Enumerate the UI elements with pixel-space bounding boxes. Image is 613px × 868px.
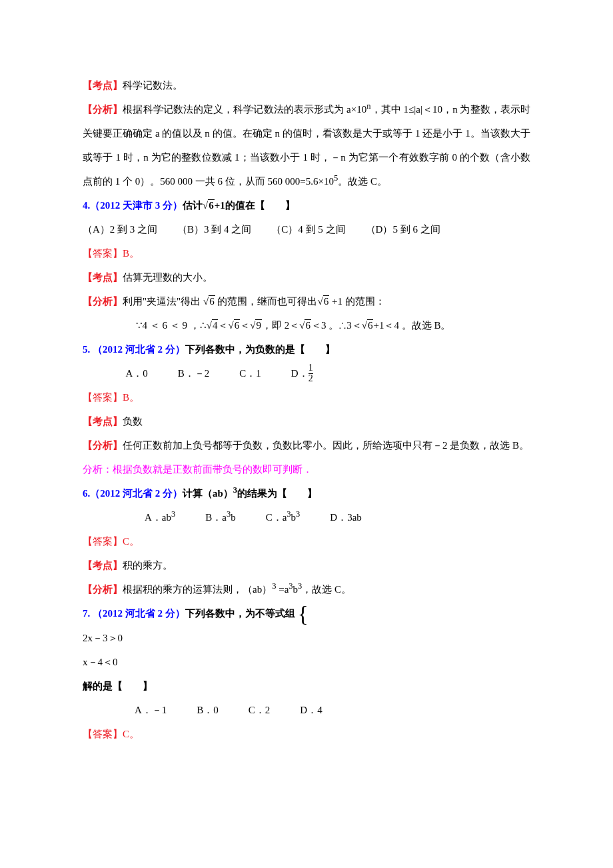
q4-fenxi-2: ∵4 ＜ 6 ＜ 9 ，∴√4＜√6＜√9，即 2＜√6＜3 。∴3＜√6+1＜… — [83, 313, 530, 337]
q5-fenxi-text: 任何正数前加上负号都等于负数，负数比零小。因此，所给选项中只有－2 是负数，故选… — [123, 440, 529, 451]
q4-answer: 【答案】B。 — [83, 241, 530, 265]
q4-fx-b: 的范围，继而也可得出 — [215, 296, 318, 307]
q5-title: 5. （2012 河北省 2 分） — [83, 344, 185, 355]
q6-kaodian: 【考点】积的乘方。 — [83, 553, 530, 577]
q7-stem-b: 解的是【 】 — [83, 681, 153, 691]
q4-fx-a: 利用"夹逼法"得出 — [123, 296, 203, 307]
q6-answer-val: C。 — [123, 536, 139, 547]
q4-stem-a: 估计 — [183, 200, 203, 211]
q6-opt-a-pre: A．ab — [145, 512, 171, 523]
sqrt-icon: √6 — [203, 199, 215, 211]
q4-line: 4.（2012 天津市 3 分）估计√6+1的值在【 】 — [83, 193, 530, 217]
q4-kaodian: 【考点】估算无理数的大小。 — [83, 265, 530, 289]
q4-l2-c: ＜ — [240, 320, 250, 331]
q7-stem-a: 下列各数中，为不等式组 — [185, 608, 298, 619]
q5-frac-den: 2 — [308, 373, 313, 384]
q4-answer-val: B。 — [123, 248, 139, 259]
q5-line: 5. （2012 河北省 2 分）下列各数中，为负数的是【 】 — [83, 337, 530, 361]
sqrt-icon: √6 — [317, 295, 329, 307]
q5-answer-val: B。 — [123, 392, 139, 403]
brace-icon: { — [298, 603, 308, 625]
kaodian-label: 【考点】 — [83, 272, 123, 283]
q4-l2-a: ∵4 ＜ 6 ＜ 9 ，∴ — [136, 320, 207, 331]
fenxi-label: 【分析】 — [83, 584, 123, 595]
q4-stem-b: +1的值在【 】 — [215, 200, 295, 211]
answer-label: 【答案】 — [83, 392, 123, 403]
q4-fx-c: +1 的范围： — [329, 296, 384, 307]
q4-sqrt-b: 6 — [323, 295, 330, 307]
fraction-icon: 12 — [308, 363, 313, 383]
q4-l2-e: ＜3 。∴3＜ — [311, 320, 362, 331]
q4-sqrt-val: 6 — [208, 199, 215, 211]
q6-fx-c: b — [293, 584, 299, 595]
sec-a-fenxi-part1: 根据科学记数法的定义，科学记数法的表示形式为 a×10 — [123, 104, 366, 115]
q5-stem: 下列各数中，为负数的是【 】 — [185, 344, 335, 355]
q4-sqrt6-a: 6 — [234, 319, 241, 331]
fenxi-label: 【分析】 — [83, 440, 123, 451]
sqrt-icon: √9 — [250, 319, 262, 331]
q5-frac-num: 1 — [308, 363, 313, 373]
q7-line: 7. （2012 河北省 2 分）下列各数中，为不等式组 { — [83, 601, 530, 626]
kaodian-label: 【考点】 — [83, 416, 123, 427]
q4-kaodian-text: 估算无理数的大小。 — [123, 272, 213, 283]
q6-fenxi: 【分析】根据积的乘方的运算法则，（ab）3 =a3b3，故选 C。 — [83, 577, 530, 601]
q5-kaodian: 【考点】负数 — [83, 409, 530, 433]
sqrt-icon: √6 — [362, 319, 374, 331]
sec-a-fenxi-part3: 。故选 C。 — [338, 176, 387, 187]
q6-title: 6.（2012 河北省 2 分） — [83, 488, 183, 499]
q6-kaodian-text: 积的乘方。 — [123, 560, 173, 571]
q5-fenxi: 【分析】任何正数前加上负号都等于负数，负数比零小。因此，所给选项中只有－2 是负… — [83, 433, 530, 457]
q6-fx-b: =a — [276, 584, 289, 595]
q5-extra: 分析：根据负数就是正数前面带负号的数即可判断． — [83, 457, 530, 481]
q6-opt-d: D．3ab — [300, 512, 362, 523]
q4-sqrt9: 9 — [255, 319, 262, 331]
kaodian-label: 【考点】 — [83, 560, 123, 571]
sqrt-icon: √6 — [228, 319, 240, 331]
q6-answer: 【答案】C。 — [83, 529, 530, 553]
sec-a-kaodian-text: 科学记数法。 — [123, 80, 183, 91]
q4-title: 4.（2012 天津市 3 分） — [83, 200, 183, 211]
q6-stem-b: 的结果为【 】 — [237, 488, 317, 499]
answer-label: 【答案】 — [83, 729, 123, 739]
q6-opt-c-pre: C．a — [236, 512, 287, 523]
q6-stem-a: 计算（ab） — [183, 488, 233, 499]
sqrt-icon: √6 — [299, 319, 311, 331]
q4-options: （A）2 到 3 之间 （B）3 到 4 之间 （C）4 到 5 之间 （D）5… — [83, 217, 530, 241]
kaodian-label: 【考点】 — [83, 80, 123, 91]
q6-line: 6.（2012 河北省 2 分）计算（ab）3的结果为【 】 — [83, 481, 530, 505]
q4-sqrt6-b: 6 — [305, 319, 311, 331]
q7-title: 7. （2012 河北省 2 分） — [83, 608, 185, 619]
q7-options: A．－1 B．0 C．2 D．4 — [83, 698, 530, 722]
q6-opt-c-mid: b — [291, 512, 297, 523]
q5-answer: 【答案】B。 — [83, 385, 530, 409]
sqrt-icon: √4 — [207, 319, 219, 331]
q4-sqrt6-c: 6 — [367, 319, 374, 331]
sqrt-icon: √6 — [203, 295, 215, 307]
q4-sqrt-a: 6 — [209, 295, 215, 307]
answer-label: 【答案】 — [83, 248, 123, 259]
sec-a-fenxi: 【分析】根据科学记数法的定义，科学记数法的表示形式为 a×10n，其中 1≤|a… — [83, 97, 530, 193]
q4-l2-f: +1＜4 。故选 B。 — [373, 320, 450, 331]
q5-kaodian-text: 负数 — [123, 416, 143, 427]
sec-a-fenxi-part2: ，其中 1≤|a|＜10，n 为整数，表示时关键要正确确定 a 的值以及 n 的… — [83, 104, 530, 187]
q6-opt-b-post: b — [231, 512, 236, 523]
q4-fenxi-1: 【分析】利用"夹逼法"得出 √6 的范围，继而也可得出√6 +1 的范围： — [83, 289, 530, 313]
q7-answer: 【答案】C。 — [83, 722, 530, 746]
q5-opts-a: A．0 B．－2 C．1 D． — [126, 368, 308, 379]
q6-opt-b-pre: B．a — [175, 512, 227, 523]
q7-sys-line1: 2x－3＞0 — [83, 626, 530, 650]
q4-l2-b: ＜ — [218, 320, 228, 331]
q7-answer-val: C。 — [123, 729, 139, 739]
answer-label: 【答案】 — [83, 536, 123, 547]
fenxi-label: 【分析】 — [83, 104, 123, 115]
q6-fx-d: ，故选 C。 — [302, 584, 351, 595]
sec-a-kaodian: 【考点】科学记数法。 — [83, 73, 530, 97]
q5-options: A．0 B．－2 C．1 D．12 — [83, 361, 530, 385]
q4-l2-d: ，即 2＜ — [262, 320, 299, 331]
q6-fx-a: 根据积的乘方的运算法则，（ab） — [123, 584, 272, 595]
fenxi-label: 【分析】 — [83, 296, 123, 307]
q7-sys-line2: x－4＜0 — [83, 650, 530, 674]
q6-options: A．ab3 B．a3b C．a3b3 D．3ab — [83, 505, 530, 529]
